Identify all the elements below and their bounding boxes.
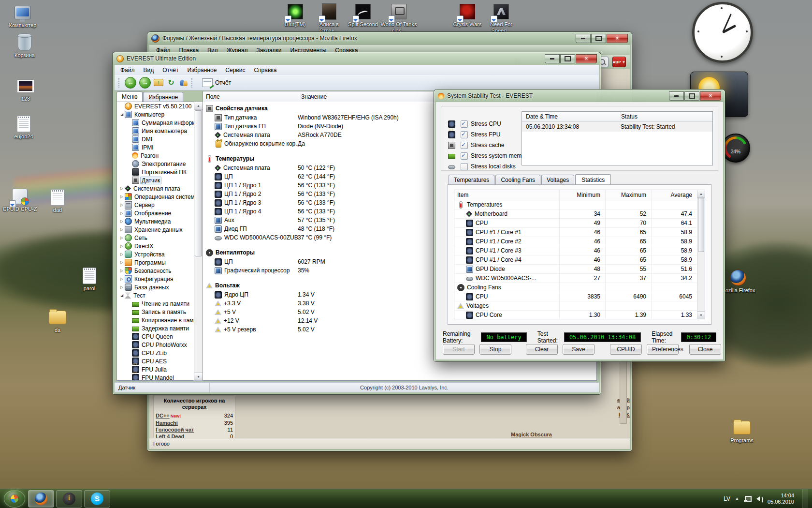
show-desktop-button[interactable] [802,489,808,508]
tree-item[interactable]: Чтение из памяти [117,299,194,308]
maximize-button[interactable] [684,91,699,101]
scrollbar-thumb[interactable] [195,110,202,256]
stability-titlebar[interactable]: System Stability Test - EVEREST × [434,90,725,102]
tree-item[interactable]: ▷Хранение данных [117,225,194,234]
close-button[interactable]: × [576,54,597,63]
tree-item[interactable]: DMI [117,135,194,143]
stress-option[interactable]: Stress CPU [448,120,501,128]
stress-option[interactable]: Stress local disks [448,163,516,170]
desktop-icon-doc[interactable]: parol [71,267,108,292]
expander-icon[interactable]: ▷ [119,236,125,240]
desktop-icon-doc[interactable]: dad [39,189,76,213]
tree-item[interactable]: CPU PhotoWorxx [117,341,194,349]
network-icon[interactable] [744,496,752,502]
scroll-down-arrow[interactable]: ▼ [194,373,203,380]
taskbar-everest-button[interactable] [56,490,82,508]
tree-item[interactable]: FPU Mandel [117,374,194,381]
tree-item[interactable]: Имя компьютера [117,127,194,135]
tree-item[interactable]: EVEREST v5.50.2100 [117,102,194,110]
menu-item[interactable]: Справка [250,66,280,75]
taskbar-firefox-button[interactable] [28,490,54,508]
menu-item[interactable]: Сервис [221,66,249,75]
close-button[interactable]: × [607,34,628,43]
desktop-icon-folder[interactable]: da [39,309,76,333]
tree-item[interactable]: ▷Мультимедиа [117,217,194,225]
adblock-button[interactable]: ABP▼ [612,57,626,67]
tree-item[interactable]: ▷База данных [117,283,194,291]
close-button[interactable]: Close [689,344,721,355]
menu-item[interactable]: Избранное [184,66,221,75]
firefox-titlebar[interactable]: Форумы / Железный / Высокая температура … [147,32,632,45]
language-indicator[interactable]: LV [724,495,730,502]
checkbox[interactable] [461,131,468,138]
desktop-icon-wot[interactable]: World Of Tanks clos... [380,3,418,34]
tree-item[interactable]: Суммарная информация [117,119,194,127]
minimize-button[interactable] [545,54,560,63]
meter-gadget[interactable]: 34% [721,134,750,163]
desktop-icon-computer[interactable]: Компьютер [4,4,42,29]
tree-item[interactable]: Разгон [117,151,194,160]
desktop-icon-crysis[interactable]: Crysis Wars [449,3,486,28]
tree-item[interactable]: Запись в память [117,308,194,316]
expander-icon[interactable]: ◢ [119,293,125,298]
tree-item[interactable]: ◢Компьютер [117,110,194,119]
menu-item[interactable]: Файл [116,66,139,75]
tree-item[interactable]: ▷Отображение [117,209,194,217]
tree-item[interactable]: ▷Безопасность [117,267,194,275]
desktop-icon-blur[interactable]: Blur(TM) [276,3,314,28]
desktop-icon-bin[interactable]: Корзина [6,34,44,59]
checkbox[interactable] [461,163,468,170]
close-button[interactable]: × [700,91,721,101]
maximize-button[interactable] [591,34,606,43]
server-link[interactable]: Hamachi [156,420,178,426]
server-link[interactable]: DC++ [156,413,170,418]
desktop-icon-doc[interactable]: eujob24 [5,115,43,140]
stop-button[interactable]: Stop [479,344,511,355]
checkbox[interactable] [461,120,468,128]
tree-item[interactable]: Электропитание [117,160,194,168]
expander-icon[interactable]: ▷ [119,211,125,215]
desktop-icon-app[interactable]: CPUID CPU-Z [1,188,39,212]
expander-icon[interactable]: ▷ [119,260,125,265]
tree-item[interactable]: IPMI [117,143,194,151]
clear-button[interactable]: Clear [526,344,558,355]
desktop-icon-split[interactable]: Split Second [344,3,382,28]
tray-expand-icon[interactable]: ▲ [735,496,739,501]
tab-statistics[interactable]: Statistics [575,174,611,185]
tab-temperatures[interactable]: Temperatures [449,175,494,184]
expander-icon[interactable]: ▷ [119,269,125,273]
log-col-datetime[interactable]: Date & Time [522,112,621,121]
column-value[interactable]: Значение [301,93,327,100]
log-row[interactable]: 05.06.2010 13:34:08Stability Test: Start… [522,122,712,132]
tab-menu[interactable]: Меню [116,91,143,102]
tree-item[interactable]: ▷Программы [117,258,194,267]
folder-up-button[interactable]: ↑ [154,78,163,88]
tree-item[interactable]: ▷DirectX [117,242,194,250]
tree-item[interactable]: ▷Устройства [117,250,194,258]
tree-item[interactable]: ▷Конфигурация [117,275,194,283]
start-button[interactable] [4,490,25,508]
users-button[interactable] [179,78,188,88]
tree-item[interactable]: ▷Системная плата [117,184,194,193]
back-button[interactable]: ← [125,77,136,89]
expander-icon[interactable]: ▷ [119,219,125,224]
scroll-up-arrow[interactable]: ▲ [697,190,705,198]
save-button[interactable]: Save [563,344,594,355]
tree-item[interactable]: CPU Queen [117,332,194,341]
expander-icon[interactable]: ▷ [119,194,125,199]
desktop-icon-alice[interactable]: Алиса в Стран... [310,3,348,34]
stress-option[interactable]: Stress cache [448,141,504,149]
expander-icon[interactable]: ▷ [119,277,125,281]
expander-icon[interactable]: ▷ [119,252,125,256]
everest-titlebar[interactable]: EVEREST Ultimate Edition × [113,52,601,65]
preferences-button[interactable]: Preferences [647,344,679,355]
expander-icon[interactable]: ▷ [119,227,125,232]
log-col-status[interactable]: Status [621,112,638,121]
maximize-button[interactable] [560,54,575,63]
tab-favorites[interactable]: Избранное [143,92,183,102]
server-link[interactable]: Голосовой чат [156,427,194,433]
minimize-button[interactable] [669,91,684,101]
column-field[interactable]: Поле [203,93,301,100]
tree-item[interactable]: Копирование в память [117,316,194,324]
col-maximum[interactable]: Maximum [606,190,652,200]
